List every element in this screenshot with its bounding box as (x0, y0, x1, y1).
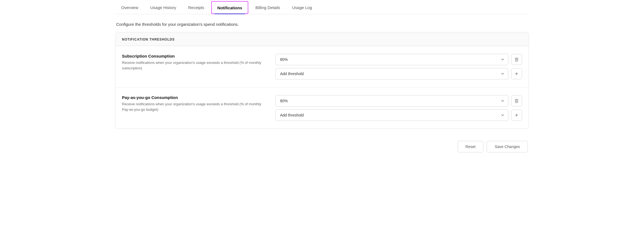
plus-icon (514, 72, 519, 76)
trash-icon (514, 57, 519, 62)
trash-icon (514, 99, 519, 103)
page-description: Configure the thresholds for your organi… (115, 14, 529, 32)
payg-desc: Receive notifications when your organiza… (122, 101, 264, 112)
subscription-threshold-1-delete-button[interactable] (511, 54, 522, 65)
subscription-section: Subscription Consumption Receive notific… (115, 46, 529, 87)
payg-left: Pay-as-you-go Consumption Receive notifi… (122, 95, 264, 112)
save-changes-button[interactable]: Save Changes (487, 141, 528, 152)
subscription-left: Subscription Consumption Receive notific… (122, 54, 264, 71)
payg-title: Pay-as-you-go Consumption (122, 95, 264, 100)
thresholds-card: NOTIFICATION THRESHOLDS Subscription Con… (115, 32, 529, 129)
subscription-desc: Receive notifications when your organiza… (122, 60, 264, 71)
reset-button[interactable]: Reset (458, 141, 484, 152)
subscription-threshold-1-select[interactable]: 50% 60% 70% 80% 90% 100% (275, 54, 508, 65)
payg-section: Pay-as-you-go Consumption Receive notifi… (115, 87, 529, 129)
subscription-threshold-2-add-button[interactable] (511, 68, 522, 79)
payg-right: 50% 60% 70% 80% 90% 100% (275, 95, 522, 121)
card-header: NOTIFICATION THRESHOLDS (115, 32, 529, 46)
subscription-right: 50% 60% 70% 80% 90% 100% (275, 54, 522, 79)
tab-overview[interactable]: Overview (115, 0, 144, 14)
subscription-title: Subscription Consumption (122, 54, 264, 58)
payg-threshold-2-select[interactable]: Add threshold 50% 60% 70% 80% 90% 100% (275, 109, 508, 121)
card-header-title: NOTIFICATION THRESHOLDS (122, 38, 175, 41)
payg-threshold-1-delete-button[interactable] (511, 95, 522, 106)
payg-threshold-1-row: 50% 60% 70% 80% 90% 100% (275, 95, 522, 107)
payg-threshold-1-select[interactable]: 50% 60% 70% 80% 90% 100% (275, 95, 508, 107)
payg-threshold-2-row: Add threshold 50% 60% 70% 80% 90% 100% (275, 109, 522, 121)
tab-usage-log[interactable]: Usage Log (286, 0, 318, 14)
subscription-threshold-1-row: 50% 60% 70% 80% 90% 100% (275, 54, 522, 65)
footer-actions: Reset Save Changes (115, 135, 529, 155)
tabs-bar: Overview Usage History Receipts Notifica… (115, 0, 529, 14)
subscription-threshold-2-row: Add threshold 50% 60% 70% 80% 90% 100% (275, 68, 522, 79)
subscription-threshold-2-select[interactable]: Add threshold 50% 60% 70% 80% 90% 100% (275, 68, 508, 79)
tab-notifications[interactable]: Notifications (211, 1, 248, 14)
tab-billing-details[interactable]: Billing Details (249, 0, 286, 14)
tab-usage-history[interactable]: Usage History (144, 0, 182, 14)
plus-icon (514, 113, 519, 117)
tab-receipts[interactable]: Receipts (182, 0, 210, 14)
payg-threshold-2-add-button[interactable] (511, 110, 522, 121)
